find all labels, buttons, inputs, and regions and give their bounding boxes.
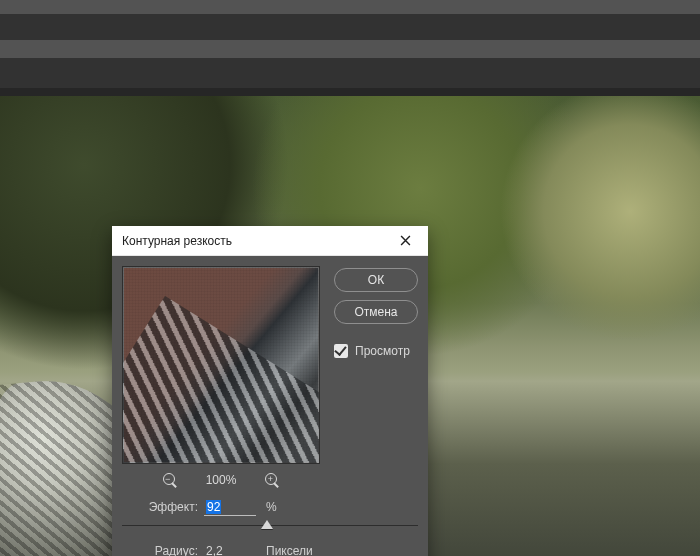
close-icon [400, 235, 411, 246]
app-toolbar-1 [0, 14, 700, 40]
unsharp-mask-dialog: Контурная резкость − 100% + ОК [112, 226, 428, 556]
preview-checkbox[interactable] [334, 344, 348, 358]
amount-unit: % [266, 500, 277, 514]
ok-button[interactable]: ОК [334, 268, 418, 292]
app-chrome-strip-1 [0, 0, 700, 14]
app-toolbar-2 [0, 58, 700, 88]
preview-checkbox-label: Просмотр [355, 344, 410, 358]
radius-unit: Пиксели [266, 544, 313, 556]
zoom-in-button[interactable]: + [264, 472, 280, 488]
amount-slider-thumb[interactable] [261, 520, 273, 529]
dialog-titlebar[interactable]: Контурная резкость [112, 226, 428, 256]
preview-thumbnail[interactable] [122, 266, 320, 464]
cancel-button[interactable]: Отмена [334, 300, 418, 324]
amount-label: Эффект: [122, 500, 198, 514]
amount-input[interactable]: 92 [204, 498, 256, 516]
zoom-out-button[interactable]: − [162, 472, 178, 488]
dialog-title: Контурная резкость [122, 234, 388, 248]
dialog-body: − 100% + ОК Отмена Просмотр Эффект: [112, 256, 428, 556]
document-canvas[interactable]: Контурная резкость − 100% + ОК [0, 96, 700, 556]
amount-slider[interactable] [122, 520, 418, 532]
app-chrome-strip-3 [0, 88, 700, 96]
zoom-level-label[interactable]: 100% [206, 473, 237, 487]
close-button[interactable] [388, 227, 422, 255]
radius-label: Радиус: [122, 544, 198, 556]
app-chrome-strip-2 [0, 40, 700, 58]
radius-input[interactable]: 2,2 [204, 542, 256, 556]
